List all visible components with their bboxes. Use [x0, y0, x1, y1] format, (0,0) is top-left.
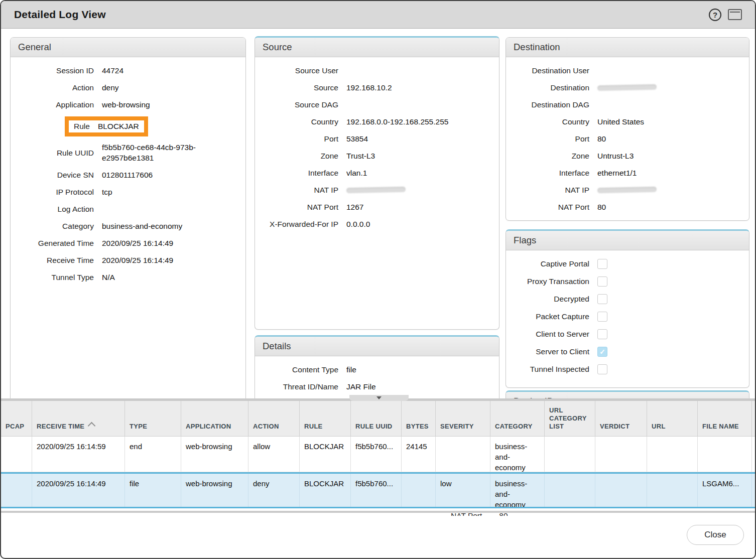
column-header-label: RULE UUID [355, 423, 392, 431]
column-header-label: FILE NAME [702, 423, 739, 431]
field-row: Threat ID/NameJAR File [263, 381, 491, 392]
cell-type: file [125, 474, 181, 507]
field-value: ethernet1/1 [597, 168, 637, 178]
field-label: Port [263, 133, 338, 144]
field-row: Source User [263, 65, 491, 76]
dialog-title: Detailed Log View [14, 9, 106, 21]
flag-checkbox[interactable]: ✓ [597, 312, 607, 322]
flag-checkbox[interactable]: ✓ [597, 276, 607, 287]
column-header-pcap[interactable]: PCAP [1, 401, 32, 436]
column-header-receive-time[interactable]: RECEIVE TIME [32, 401, 125, 436]
field-row: Port80 [514, 133, 741, 144]
cell-bytes [402, 474, 436, 507]
table-body: 2020/09/25 16:14:59endweb-browsingallowB… [1, 437, 756, 508]
collapse-arrow-icon [376, 396, 382, 399]
field-label: Source User [263, 65, 338, 76]
field-label: Action [19, 82, 94, 93]
panel-title: Source [255, 38, 499, 57]
field-value: f5b5b760-ce68-44cb-973b-e2957b6e1381 [102, 142, 237, 163]
flag-label: Captive Portal [514, 258, 589, 269]
column-header-severity[interactable]: SEVERITY [436, 401, 490, 436]
field-value: tcp [102, 187, 112, 197]
cell-verdict [595, 474, 647, 507]
redacted-value [597, 84, 657, 91]
field-row: Source DAG [263, 99, 491, 110]
column-header-label: RULE [304, 423, 323, 431]
field-label: Port [514, 133, 589, 144]
field-row: Interfaceethernet1/1 [514, 168, 741, 178]
field-list: Source UserSource192.168.10.2Source DAGC… [255, 57, 499, 244]
field-value: 0.0.0.0 [346, 219, 370, 229]
field-label: NAT IP [514, 185, 589, 195]
field-label: Rule UUID [19, 148, 94, 158]
column-header-bytes[interactable]: BYTES [402, 401, 436, 436]
log-row[interactable]: 2020/09/25 16:14:59endweb-browsingallowB… [1, 437, 756, 472]
column-header-label: APPLICATION [186, 423, 231, 431]
flag-checkbox[interactable]: ✓ [597, 294, 607, 304]
column-header-file-name[interactable]: FILE NAME [698, 401, 752, 436]
field-label: Source DAG [263, 99, 338, 110]
flag-checkbox[interactable]: ✓ [597, 329, 607, 339]
panel-title: Flags [506, 231, 749, 250]
field-label: Session ID [19, 65, 94, 76]
cell-pcap [1, 474, 32, 507]
field-label: Destination DAG [514, 99, 589, 110]
flags-panel: Flags Captive Portal✓Proxy Transaction✓D… [506, 229, 749, 388]
field-row: Port53854 [263, 133, 491, 144]
field-label: Destination [514, 82, 589, 93]
column-header-rule[interactable]: RULE [300, 401, 351, 436]
field-value: web-browsing [102, 99, 150, 110]
cell-rule-uuid: f5b5b760... [351, 437, 402, 472]
field-value: 1267 [346, 202, 363, 212]
panel-title: Destination [506, 38, 749, 57]
field-value: BLOCKJAR [98, 122, 139, 131]
splitter-handle[interactable] [349, 395, 409, 401]
help-icon[interactable]: ? [709, 9, 721, 21]
field-row: Destination User [514, 65, 741, 76]
field-value [346, 185, 406, 195]
field-row: IP Protocoltcp [19, 187, 237, 197]
flag-checkbox[interactable]: ✓ [597, 364, 607, 374]
column-header-label: SEVERITY [440, 423, 474, 431]
field-row: Interfacevlan.1 [263, 168, 491, 178]
field-value: 192.168.10.2 [346, 82, 392, 93]
destination-panel: Destination Destination UserDestinationD… [506, 37, 749, 221]
column-header-category[interactable]: CATEGORY [490, 401, 545, 436]
column-header-rule-uuid[interactable]: RULE UUID [351, 401, 402, 436]
cell-application: web-browsing [181, 437, 248, 472]
flag-label: Proxy Transaction [514, 276, 589, 287]
column-header-type[interactable]: TYPE [125, 401, 181, 436]
cell-rule: BLOCKJAR [300, 437, 351, 472]
field-row: Device SN012801117606 [19, 170, 237, 180]
column-header-verdict[interactable]: VERDICT [595, 401, 647, 436]
cell-receive-time: 2020/09/25 16:14:59 [32, 437, 125, 472]
field-row: Destination [514, 82, 741, 93]
field-row: Actiondeny [19, 82, 237, 93]
field-label: Rule [74, 122, 90, 131]
table-bottom-divider [1, 511, 756, 513]
field-value: 80 [597, 133, 606, 144]
column-header-label: TYPE [130, 423, 147, 431]
field-value: deny [102, 82, 119, 93]
column-header-application[interactable]: APPLICATION [181, 401, 248, 436]
log-row-selected[interactable]: 2020/09/25 16:14:49fileweb-browsingdenyB… [1, 472, 756, 508]
field-label: Interface [514, 168, 589, 178]
column-header-action[interactable]: ACTION [248, 401, 300, 436]
field-row: NAT IP [263, 185, 491, 195]
field-row: Tunnel TypeN/A [19, 272, 237, 283]
column-header-url[interactable]: URL [647, 401, 698, 436]
column-header-url-category-list[interactable]: URL CATEGORY LIST [545, 401, 595, 436]
field-label: Tunnel Type [19, 272, 94, 283]
field-label: Country [263, 116, 338, 127]
field-row: NAT Port80 [514, 202, 741, 212]
field-row: Generated Time2020/09/25 16:14:49 [19, 238, 237, 248]
clipped-text: NAT Port80 [451, 511, 508, 516]
field-row: NAT IP [514, 185, 741, 195]
field-value: N/A [102, 272, 115, 283]
field-label: Generated Time [19, 238, 94, 248]
flag-checkbox[interactable]: ✓ [597, 347, 607, 357]
close-button[interactable]: Close [687, 525, 744, 545]
flag-checkbox[interactable]: ✓ [597, 259, 607, 269]
panel-title: General [11, 38, 245, 57]
window-icon[interactable] [728, 9, 742, 20]
